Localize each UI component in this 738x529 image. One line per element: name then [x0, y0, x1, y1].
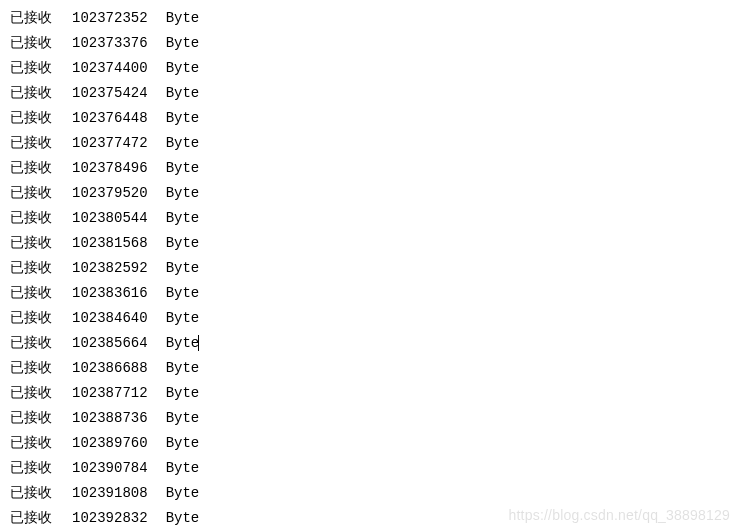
- log-prefix: 已接收: [10, 131, 52, 156]
- log-bytes-value: 102379520: [72, 181, 148, 206]
- log-unit: Byte: [166, 231, 200, 256]
- log-unit: Byte: [166, 431, 200, 456]
- log-unit: Byte: [166, 506, 200, 529]
- log-line: 已接收102379520Byte: [10, 181, 738, 206]
- log-bytes-value: 102384640: [72, 306, 148, 331]
- log-prefix: 已接收: [10, 81, 52, 106]
- log-unit: Byte: [166, 256, 200, 281]
- log-line: 已接收102382592Byte: [10, 256, 738, 281]
- log-bytes-value: 102386688: [72, 356, 148, 381]
- log-line: 已接收102392832Byte: [10, 506, 738, 529]
- log-bytes-value: 102375424: [72, 81, 148, 106]
- log-unit: Byte: [166, 406, 200, 431]
- log-prefix: 已接收: [10, 256, 52, 281]
- log-line: 已接收102385664Byte: [10, 331, 738, 356]
- log-bytes-value: 102388736: [72, 406, 148, 431]
- log-prefix: 已接收: [10, 406, 52, 431]
- log-line: 已接收102378496Byte: [10, 156, 738, 181]
- log-line: 已接收102377472Byte: [10, 131, 738, 156]
- log-bytes-value: 102372352: [72, 6, 148, 31]
- log-line: 已接收102372352Byte: [10, 6, 738, 31]
- log-unit: Byte: [166, 381, 200, 406]
- log-unit: Byte: [166, 31, 200, 56]
- log-unit: Byte: [166, 206, 200, 231]
- log-bytes-value: 102377472: [72, 131, 148, 156]
- log-bytes-value: 102378496: [72, 156, 148, 181]
- log-line: 已接收102375424Byte: [10, 81, 738, 106]
- log-line: 已接收102390784Byte: [10, 456, 738, 481]
- log-unit: Byte: [166, 6, 200, 31]
- log-bytes-value: 102385664: [72, 331, 148, 356]
- log-line: 已接收102389760Byte: [10, 431, 738, 456]
- log-line: 已接收102381568Byte: [10, 231, 738, 256]
- log-prefix: 已接收: [10, 56, 52, 81]
- log-bytes-value: 102381568: [72, 231, 148, 256]
- log-unit: Byte: [166, 306, 200, 331]
- console-log-output: 已接收102372352Byte已接收102373376Byte已接收10237…: [10, 6, 738, 529]
- log-bytes-value: 102374400: [72, 56, 148, 81]
- log-unit: Byte: [166, 156, 200, 181]
- log-line: 已接收102376448Byte: [10, 106, 738, 131]
- log-prefix: 已接收: [10, 181, 52, 206]
- log-prefix: 已接收: [10, 381, 52, 406]
- log-line: 已接收102380544Byte: [10, 206, 738, 231]
- log-prefix: 已接收: [10, 356, 52, 381]
- log-unit: Byte: [166, 181, 200, 206]
- log-line: 已接收102383616Byte: [10, 281, 738, 306]
- log-bytes-value: 102391808: [72, 481, 148, 506]
- log-unit: Byte: [166, 481, 200, 506]
- log-prefix: 已接收: [10, 456, 52, 481]
- log-unit: Byte: [166, 356, 200, 381]
- log-prefix: 已接收: [10, 156, 52, 181]
- log-line: 已接收102391808Byte: [10, 481, 738, 506]
- log-prefix: 已接收: [10, 506, 52, 529]
- log-bytes-value: 102383616: [72, 281, 148, 306]
- log-line: 已接收102373376Byte: [10, 31, 738, 56]
- log-unit: Byte: [166, 131, 200, 156]
- log-bytes-value: 102382592: [72, 256, 148, 281]
- log-unit: Byte: [166, 331, 200, 356]
- log-unit: Byte: [166, 281, 200, 306]
- log-line: 已接收102374400Byte: [10, 56, 738, 81]
- log-bytes-value: 102390784: [72, 456, 148, 481]
- log-bytes-value: 102389760: [72, 431, 148, 456]
- log-unit: Byte: [166, 81, 200, 106]
- log-line: 已接收102384640Byte: [10, 306, 738, 331]
- log-prefix: 已接收: [10, 481, 52, 506]
- log-line: 已接收102386688Byte: [10, 356, 738, 381]
- log-prefix: 已接收: [10, 231, 52, 256]
- log-unit: Byte: [166, 106, 200, 131]
- log-unit: Byte: [166, 456, 200, 481]
- log-prefix: 已接收: [10, 431, 52, 456]
- log-bytes-value: 102380544: [72, 206, 148, 231]
- text-cursor: [198, 335, 199, 351]
- log-prefix: 已接收: [10, 331, 52, 356]
- log-prefix: 已接收: [10, 31, 52, 56]
- log-prefix: 已接收: [10, 306, 52, 331]
- log-prefix: 已接收: [10, 206, 52, 231]
- log-prefix: 已接收: [10, 281, 52, 306]
- log-prefix: 已接收: [10, 106, 52, 131]
- log-unit: Byte: [166, 56, 200, 81]
- log-line: 已接收102388736Byte: [10, 406, 738, 431]
- log-prefix: 已接收: [10, 6, 52, 31]
- log-bytes-value: 102392832: [72, 506, 148, 529]
- log-bytes-value: 102387712: [72, 381, 148, 406]
- log-bytes-value: 102376448: [72, 106, 148, 131]
- log-bytes-value: 102373376: [72, 31, 148, 56]
- log-line: 已接收102387712Byte: [10, 381, 738, 406]
